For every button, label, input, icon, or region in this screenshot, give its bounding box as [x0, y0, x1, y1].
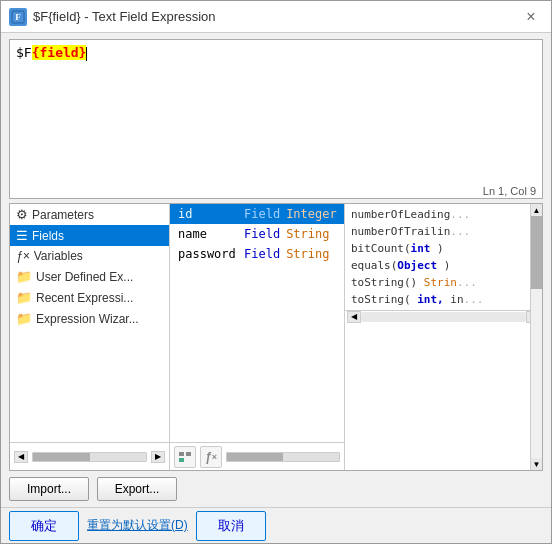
- sidebar-item-variables[interactable]: ƒ× Variables: [10, 246, 169, 266]
- right-scroll-arrow[interactable]: ▶: [151, 451, 165, 463]
- cancel-button[interactable]: 取消: [196, 511, 266, 541]
- mid-hscroll[interactable]: [226, 452, 340, 462]
- method-item-5[interactable]: toString( int, in...: [349, 291, 538, 308]
- method-item-3[interactable]: equals(Object ): [349, 257, 538, 274]
- main-window: F $F{field} - Text Field Expression × $F…: [0, 0, 552, 544]
- field-row-name[interactable]: name Field String: [170, 224, 344, 244]
- method-item-1[interactable]: numberOfTrailin...: [349, 223, 538, 240]
- mid-panel-bottom: ƒ×: [170, 442, 344, 470]
- left-hscroll-track[interactable]: [32, 452, 147, 462]
- method-item-0[interactable]: numberOfLeading...: [349, 206, 538, 223]
- mid-hscroll-thumb: [227, 453, 283, 461]
- import-button[interactable]: Import...: [9, 477, 89, 501]
- lower-panel: ⚙ Parameters ☰ Fields ƒ× Variables 📁 Use…: [9, 203, 543, 471]
- method-item-2[interactable]: bitCount(int ): [349, 240, 538, 257]
- window-title: $F{field} - Text Field Expression: [33, 9, 519, 24]
- title-bar: F $F{field} - Text Field Expression ×: [1, 1, 551, 33]
- vscroll-thumb: [531, 216, 542, 289]
- right-hscroll-left-arrow[interactable]: ◀: [347, 311, 361, 323]
- wizard-icon: 📁: [16, 311, 32, 326]
- method-list: numberOfLeading... numberOfTrailin... bi…: [345, 204, 542, 310]
- user-defined-icon: 📁: [16, 269, 32, 284]
- mid-icon-btn-2[interactable]: ƒ×: [200, 446, 222, 468]
- svg-text:F: F: [15, 12, 21, 22]
- svg-rect-4: [179, 458, 184, 462]
- left-scroll-arrow[interactable]: ◀: [14, 451, 28, 463]
- left-panel-bottom: ◀ ▶: [10, 442, 169, 470]
- confirm-button[interactable]: 确定: [9, 511, 79, 541]
- right-hscroll-track[interactable]: [361, 312, 526, 322]
- method-item-4[interactable]: toString() Strin...: [349, 274, 538, 291]
- expr-prefix: $F: [16, 45, 32, 60]
- right-panel-wrapper: numberOfLeading... numberOfTrailin... bi…: [345, 204, 542, 470]
- vscroll-down-arrow[interactable]: ▼: [531, 458, 543, 470]
- editor-content: $F{field}: [10, 40, 542, 66]
- footer-bar: 确定 重置为默认设置(D) 取消: [1, 507, 551, 543]
- bottom-buttons: Import... Export...: [1, 471, 551, 507]
- right-panel: numberOfLeading... numberOfTrailin... bi…: [345, 204, 542, 470]
- field-row-id[interactable]: id Field Integer: [170, 204, 344, 224]
- vscroll-up-arrow[interactable]: ▲: [531, 204, 543, 216]
- sidebar-item-fields[interactable]: ☰ Fields: [10, 225, 169, 246]
- parameters-icon: ⚙: [16, 207, 28, 222]
- right-vscrollbar[interactable]: ▲ ▼: [530, 204, 542, 470]
- text-cursor: [86, 47, 87, 61]
- field-row-password[interactable]: password Field String: [170, 244, 344, 264]
- vscroll-track[interactable]: [531, 216, 542, 458]
- tree-scroll: ⚙ Parameters ☰ Fields ƒ× Variables 📁 Use…: [10, 204, 169, 442]
- left-tree-panel: ⚙ Parameters ☰ Fields ƒ× Variables 📁 Use…: [10, 204, 170, 470]
- sidebar-item-wizard[interactable]: 📁 Expression Wizar...: [10, 308, 169, 329]
- close-button[interactable]: ×: [519, 5, 543, 29]
- sidebar-item-recent[interactable]: 📁 Recent Expressi...: [10, 287, 169, 308]
- window-icon: F: [9, 8, 27, 26]
- editor-status: Ln 1, Col 9: [481, 184, 538, 198]
- recent-icon: 📁: [16, 290, 32, 305]
- svg-rect-3: [186, 452, 191, 456]
- fields-icon: ☰: [16, 228, 28, 243]
- svg-rect-2: [179, 452, 184, 456]
- expr-field: {field}: [32, 45, 87, 60]
- mid-fields-panel: id Field Integer name Field String passw…: [170, 204, 345, 470]
- right-hscroll[interactable]: ◀ ▶: [345, 310, 542, 322]
- reset-link[interactable]: 重置为默认设置(D): [83, 517, 192, 534]
- expression-editor[interactable]: $F{field} Ln 1, Col 9: [9, 39, 543, 199]
- variables-icon: ƒ×: [16, 249, 30, 263]
- export-button[interactable]: Export...: [97, 477, 177, 501]
- field-list: id Field Integer name Field String passw…: [170, 204, 344, 442]
- mid-icon-btn-1[interactable]: [174, 446, 196, 468]
- sidebar-item-user-defined[interactable]: 📁 User Defined Ex...: [10, 266, 169, 287]
- left-hscroll-thumb: [33, 453, 90, 461]
- sidebar-item-parameters[interactable]: ⚙ Parameters: [10, 204, 169, 225]
